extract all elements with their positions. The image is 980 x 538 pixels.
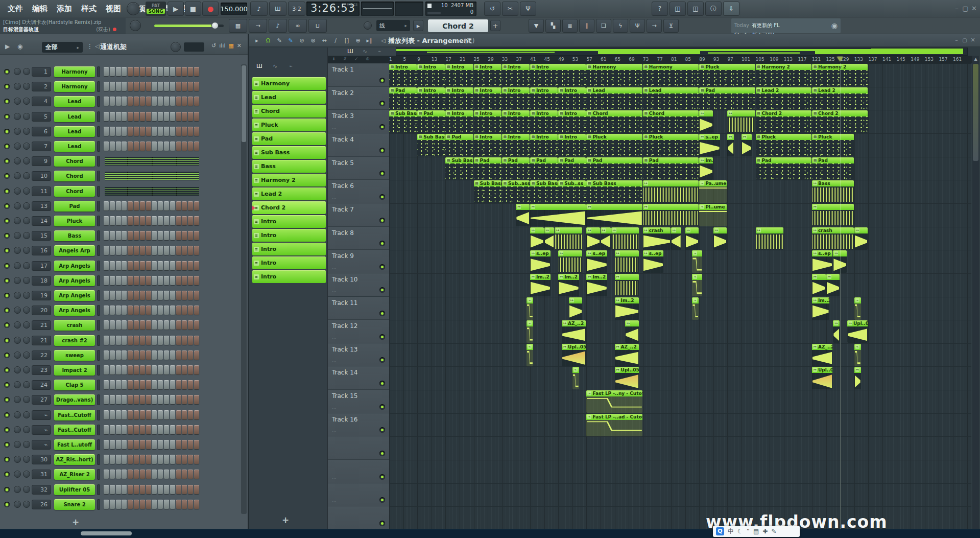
step-cell[interactable] (134, 455, 139, 464)
step-cell[interactable] (158, 201, 163, 210)
step-cell[interactable] (146, 365, 151, 375)
step-cell[interactable] (134, 410, 139, 419)
step-cell[interactable] (194, 231, 199, 240)
step-cell[interactable] (152, 410, 157, 419)
channel-target-fader[interactable] (97, 290, 100, 301)
channel-led[interactable] (4, 144, 10, 149)
channel-led[interactable] (4, 472, 10, 477)
channel-led[interactable] (4, 173, 10, 179)
step-cell[interactable] (152, 500, 157, 509)
clip-autodip[interactable]: ⌁ (572, 367, 579, 389)
step-cell[interactable] (194, 306, 199, 315)
pattern-item[interactable]: ≡Bass (252, 160, 326, 173)
step-cell[interactable] (182, 470, 187, 479)
clip-header[interactable]: ▤Intro (474, 110, 501, 116)
step-cell[interactable] (176, 336, 181, 345)
step-cell[interactable] (140, 231, 145, 240)
step-cell[interactable] (170, 470, 175, 479)
clip-header[interactable]: ▤Sub Bass (530, 180, 558, 186)
channel-pan-knob[interactable] (14, 277, 21, 284)
step-cell[interactable] (140, 500, 145, 509)
channel-target-fader[interactable] (97, 425, 100, 435)
track-led[interactable] (379, 148, 385, 153)
clip-fadein[interactable]: ↦ (671, 227, 681, 250)
step-cell[interactable] (170, 97, 175, 106)
channel-name-button[interactable]: Harmony (54, 81, 95, 92)
step-cell[interactable] (116, 380, 121, 389)
step-cell[interactable] (140, 380, 145, 389)
step-cell[interactable] (164, 246, 169, 255)
step-cell[interactable] (134, 127, 139, 136)
step-cell[interactable] (116, 350, 121, 360)
step-cell[interactable] (122, 440, 127, 449)
step-cell[interactable] (152, 380, 157, 389)
step-cell[interactable] (140, 246, 145, 255)
clip-header[interactable]: ▤Sub Bass (389, 110, 417, 116)
clip-fadein[interactable]: ↦ (727, 134, 734, 156)
snap-selector[interactable]: 线▸ (376, 20, 410, 31)
channel-target-fader[interactable] (97, 141, 100, 152)
step-cell[interactable] (104, 127, 109, 136)
paint-icon[interactable]: ✎ (285, 36, 296, 45)
clip-header[interactable]: ↦Upl..05 (562, 344, 586, 350)
step-cell[interactable] (176, 246, 181, 255)
clip-header[interactable]: ▤Harmony (586, 64, 642, 70)
step-cell[interactable] (158, 410, 163, 419)
track-header[interactable]: Track 10⋯ (328, 273, 389, 297)
step-cell[interactable] (140, 127, 145, 136)
step-cell[interactable] (104, 470, 109, 479)
clip-burst[interactable]: ↦ (643, 204, 699, 226)
channel-number[interactable]: ⌁ (32, 410, 51, 420)
close-icon[interactable]: ✕ (970, 5, 978, 12)
step-cell[interactable] (140, 97, 145, 106)
channel-led[interactable] (4, 427, 10, 433)
graph-editor-icon[interactable]: ≣ (562, 19, 578, 33)
clip-header[interactable]: ⌁ (854, 344, 861, 350)
step-cell[interactable] (194, 82, 199, 91)
step-cell[interactable] (110, 395, 115, 404)
step-cell[interactable] (152, 261, 157, 270)
step-cell[interactable] (188, 127, 193, 136)
step-cell[interactable] (134, 470, 139, 479)
update-notice[interactable]: Today 有更新的 FL Studio 版本可用! ◉ (731, 18, 841, 33)
step-cell[interactable] (176, 485, 181, 494)
step-cell[interactable] (164, 380, 169, 389)
clip-header[interactable]: ▤Intro (445, 87, 473, 93)
step-cell[interactable] (158, 500, 163, 509)
step-cell[interactable] (158, 306, 163, 315)
clip-Intro[interactable]: ▤Intro (417, 87, 445, 110)
step-cell[interactable] (182, 380, 187, 389)
clip-header[interactable]: ↦ (812, 204, 854, 210)
maximize-icon[interactable]: ▢ (962, 37, 968, 43)
clip-header[interactable]: ▤Pad (699, 87, 755, 93)
slider-handle[interactable] (211, 22, 219, 29)
pattern-item[interactable]: ≡Intro (252, 243, 326, 255)
step-cell[interactable] (170, 425, 175, 434)
channel-number[interactable]: 31 (32, 470, 51, 479)
pattern-item[interactable]: ≡Pluck (252, 119, 326, 131)
channel-number[interactable]: 27 (32, 395, 51, 405)
step-cell[interactable] (110, 320, 115, 330)
channel-target-fader[interactable] (97, 245, 100, 256)
channel-name-button[interactable]: Fast..Cutoff (54, 425, 95, 435)
step-cell[interactable] (182, 82, 187, 91)
step-cell[interactable] (152, 246, 157, 255)
channel-name-button[interactable]: Chord (54, 186, 95, 197)
step-cell[interactable] (158, 320, 163, 330)
clip-Pluck[interactable]: ▤Pluck (643, 134, 699, 156)
clip-s..ep[interactable]: ↦s..ep (643, 250, 663, 273)
minimize-icon[interactable]: – (953, 37, 960, 43)
channel-target-fader[interactable] (97, 126, 100, 137)
clip-Sub Bass[interactable]: ▤Sub Bass (474, 180, 501, 203)
step-cell[interactable] (182, 127, 187, 136)
channel-name-button[interactable]: crash #2 (54, 335, 95, 346)
clip-Intro[interactable]: ▤Intro (445, 64, 473, 86)
clip-header[interactable]: ▤Pad (756, 157, 811, 163)
step-cell[interactable] (110, 380, 115, 389)
step-cell[interactable] (164, 112, 169, 121)
channel-pan-knob[interactable] (14, 352, 21, 359)
track-header[interactable]: Track 8⋯ (328, 227, 389, 250)
step-cell[interactable] (164, 276, 169, 285)
track-led[interactable] (379, 241, 385, 246)
step-cell[interactable] (140, 67, 145, 76)
